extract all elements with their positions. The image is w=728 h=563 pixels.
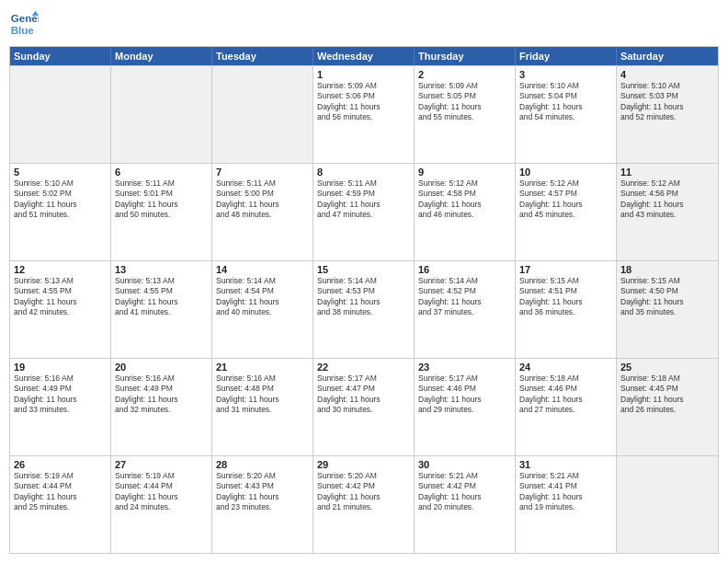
svg-text:Blue: Blue (11, 25, 35, 36)
day-number: 21 (216, 362, 309, 373)
cell-info: Sunrise: 5:19 AM Sunset: 4:44 PM Dayligh… (115, 471, 208, 513)
day-number: 10 (519, 167, 612, 178)
calendar-cell: 9Sunrise: 5:12 AM Sunset: 4:58 PM Daylig… (415, 164, 516, 260)
header: General Blue (9, 9, 719, 39)
weekday-header: Saturday (617, 47, 718, 65)
cell-info: Sunrise: 5:13 AM Sunset: 4:55 PM Dayligh… (14, 276, 107, 318)
calendar-cell: 13Sunrise: 5:13 AM Sunset: 4:55 PM Dayli… (111, 261, 212, 358)
cell-info: Sunrise: 5:14 AM Sunset: 4:54 PM Dayligh… (216, 276, 309, 318)
cell-info: Sunrise: 5:20 AM Sunset: 4:42 PM Dayligh… (317, 471, 410, 513)
calendar-cell: 2Sunrise: 5:09 AM Sunset: 5:05 PM Daylig… (415, 66, 516, 163)
cell-info: Sunrise: 5:18 AM Sunset: 4:46 PM Dayligh… (519, 373, 612, 416)
day-number: 12 (14, 264, 107, 275)
day-number: 2 (418, 69, 511, 80)
day-number: 17 (519, 264, 612, 275)
calendar-cell: 30Sunrise: 5:21 AM Sunset: 4:42 PM Dayli… (415, 456, 516, 553)
calendar-cell: 18Sunrise: 5:15 AM Sunset: 4:50 PM Dayli… (617, 261, 718, 358)
cell-info: Sunrise: 5:17 AM Sunset: 4:47 PM Dayligh… (317, 373, 410, 416)
cell-info: Sunrise: 5:17 AM Sunset: 4:46 PM Dayligh… (418, 373, 511, 416)
cell-info: Sunrise: 5:15 AM Sunset: 4:50 PM Dayligh… (620, 276, 714, 318)
day-number: 24 (519, 362, 612, 373)
calendar-cell: 8Sunrise: 5:11 AM Sunset: 4:59 PM Daylig… (313, 164, 415, 260)
cell-info: Sunrise: 5:19 AM Sunset: 4:44 PM Dayligh… (14, 471, 107, 513)
calendar-cell: 23Sunrise: 5:17 AM Sunset: 4:46 PM Dayli… (415, 359, 516, 455)
cell-info: Sunrise: 5:16 AM Sunset: 4:49 PM Dayligh… (115, 373, 208, 416)
day-number: 13 (115, 264, 208, 275)
cell-info: Sunrise: 5:14 AM Sunset: 4:53 PM Dayligh… (317, 276, 410, 318)
day-number: 25 (620, 362, 714, 373)
calendar-cell: 25Sunrise: 5:18 AM Sunset: 4:45 PM Dayli… (617, 359, 718, 455)
cell-info: Sunrise: 5:21 AM Sunset: 4:42 PM Dayligh… (418, 471, 511, 513)
calendar-cell: 31Sunrise: 5:21 AM Sunset: 4:41 PM Dayli… (516, 456, 617, 553)
day-number: 9 (418, 167, 511, 178)
calendar-row: 26Sunrise: 5:19 AM Sunset: 4:44 PM Dayli… (10, 455, 718, 553)
weekday-header: Friday (516, 47, 617, 65)
day-number: 23 (418, 362, 511, 373)
weekday-header: Thursday (415, 47, 516, 65)
cell-info: Sunrise: 5:12 AM Sunset: 4:57 PM Dayligh… (519, 178, 612, 221)
day-number: 27 (115, 459, 208, 470)
calendar-body: 1Sunrise: 5:09 AM Sunset: 5:06 PM Daylig… (10, 65, 718, 553)
calendar-cell (111, 66, 212, 163)
cell-info: Sunrise: 5:10 AM Sunset: 5:04 PM Dayligh… (519, 81, 612, 123)
day-number: 1 (317, 69, 410, 80)
day-number: 30 (418, 459, 511, 470)
cell-info: Sunrise: 5:10 AM Sunset: 5:03 PM Dayligh… (620, 81, 714, 123)
calendar-cell: 15Sunrise: 5:14 AM Sunset: 4:53 PM Dayli… (313, 261, 415, 358)
logo: General Blue (9, 9, 39, 39)
day-number: 19 (14, 362, 107, 373)
day-number: 8 (317, 167, 410, 178)
day-number: 7 (216, 167, 309, 178)
day-number: 28 (216, 459, 309, 470)
calendar-cell: 22Sunrise: 5:17 AM Sunset: 4:47 PM Dayli… (313, 359, 415, 455)
calendar-cell: 21Sunrise: 5:16 AM Sunset: 4:48 PM Dayli… (212, 359, 313, 455)
calendar-cell: 24Sunrise: 5:18 AM Sunset: 4:46 PM Dayli… (516, 359, 617, 455)
cell-info: Sunrise: 5:11 AM Sunset: 5:01 PM Dayligh… (115, 178, 208, 221)
weekday-header: Monday (111, 47, 212, 65)
calendar-cell: 5Sunrise: 5:10 AM Sunset: 5:02 PM Daylig… (10, 164, 111, 260)
cell-info: Sunrise: 5:14 AM Sunset: 4:52 PM Dayligh… (418, 276, 511, 318)
day-number: 29 (317, 459, 410, 470)
cell-info: Sunrise: 5:16 AM Sunset: 4:49 PM Dayligh… (14, 373, 107, 416)
calendar-cell: 27Sunrise: 5:19 AM Sunset: 4:44 PM Dayli… (111, 456, 212, 553)
weekday-header: Tuesday (212, 47, 313, 65)
calendar-cell: 4Sunrise: 5:10 AM Sunset: 5:03 PM Daylig… (617, 66, 718, 163)
calendar-row: 12Sunrise: 5:13 AM Sunset: 4:55 PM Dayli… (10, 260, 718, 358)
calendar-cell (10, 66, 111, 163)
calendar-cell: 29Sunrise: 5:20 AM Sunset: 4:42 PM Dayli… (313, 456, 415, 553)
day-number: 14 (216, 264, 309, 275)
cell-info: Sunrise: 5:09 AM Sunset: 5:05 PM Dayligh… (418, 81, 511, 123)
calendar-cell: 10Sunrise: 5:12 AM Sunset: 4:57 PM Dayli… (516, 164, 617, 260)
day-number: 15 (317, 264, 410, 275)
calendar-cell (617, 456, 718, 553)
calendar-cell: 7Sunrise: 5:11 AM Sunset: 5:00 PM Daylig… (212, 164, 313, 260)
calendar-cell: 20Sunrise: 5:16 AM Sunset: 4:49 PM Dayli… (111, 359, 212, 455)
day-number: 3 (519, 69, 612, 80)
cell-info: Sunrise: 5:12 AM Sunset: 4:56 PM Dayligh… (620, 178, 714, 221)
calendar-cell: 19Sunrise: 5:16 AM Sunset: 4:49 PM Dayli… (10, 359, 111, 455)
day-number: 11 (620, 167, 714, 178)
weekday-header: Wednesday (313, 47, 415, 65)
cell-info: Sunrise: 5:11 AM Sunset: 4:59 PM Dayligh… (317, 178, 410, 221)
page-container: General Blue SundayMondayTuesdayWednesda… (0, 0, 728, 563)
logo-icon: General Blue (9, 9, 39, 39)
cell-info: Sunrise: 5:18 AM Sunset: 4:45 PM Dayligh… (620, 373, 714, 416)
cell-info: Sunrise: 5:16 AM Sunset: 4:48 PM Dayligh… (216, 373, 309, 416)
calendar-cell: 3Sunrise: 5:10 AM Sunset: 5:04 PM Daylig… (516, 66, 617, 163)
cell-info: Sunrise: 5:20 AM Sunset: 4:43 PM Dayligh… (216, 471, 309, 513)
cell-info: Sunrise: 5:21 AM Sunset: 4:41 PM Dayligh… (519, 471, 612, 513)
calendar-row: 1Sunrise: 5:09 AM Sunset: 5:06 PM Daylig… (10, 65, 718, 163)
day-number: 4 (620, 69, 714, 80)
cell-info: Sunrise: 5:12 AM Sunset: 4:58 PM Dayligh… (418, 178, 511, 221)
calendar-cell: 6Sunrise: 5:11 AM Sunset: 5:01 PM Daylig… (111, 164, 212, 260)
day-number: 16 (418, 264, 511, 275)
cell-info: Sunrise: 5:10 AM Sunset: 5:02 PM Dayligh… (14, 178, 107, 221)
calendar-cell: 26Sunrise: 5:19 AM Sunset: 4:44 PM Dayli… (10, 456, 111, 553)
calendar-cell: 28Sunrise: 5:20 AM Sunset: 4:43 PM Dayli… (212, 456, 313, 553)
day-number: 20 (115, 362, 208, 373)
day-number: 26 (14, 459, 107, 470)
day-number: 31 (519, 459, 612, 470)
day-number: 5 (14, 167, 107, 178)
cell-info: Sunrise: 5:13 AM Sunset: 4:55 PM Dayligh… (115, 276, 208, 318)
cell-info: Sunrise: 5:11 AM Sunset: 5:00 PM Dayligh… (216, 178, 309, 221)
